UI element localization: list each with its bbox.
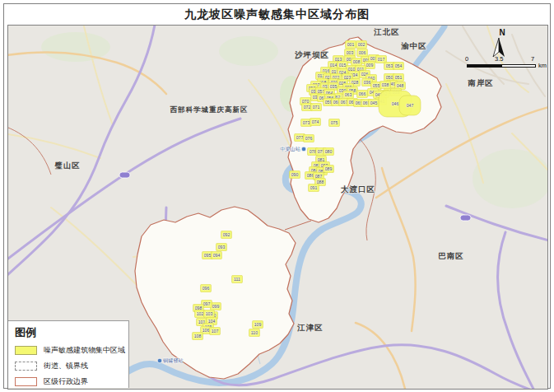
noise-patch-label: 054 bbox=[395, 63, 403, 68]
noise-patch-label: 045 bbox=[370, 100, 378, 105]
noise-patch-label: 111 bbox=[234, 277, 240, 282]
district-label: 江津区 bbox=[296, 323, 324, 332]
noise-patch-label: 072 bbox=[304, 105, 311, 110]
map-area: 0010020030060130040050070170080140150090… bbox=[7, 25, 548, 390]
noise-patch-label: 089 bbox=[325, 166, 333, 171]
noise-patch-label: 036 bbox=[364, 80, 371, 85]
district-label: 西部科学城重庆高新区 bbox=[170, 105, 249, 114]
legend-swatch-dashed bbox=[15, 362, 37, 371]
station-label: 铜罐驿站 bbox=[162, 357, 184, 364]
noise-patch-label: 017 bbox=[378, 57, 385, 62]
noise-patch-label: 108 bbox=[194, 334, 202, 338]
scale-tick: 0 bbox=[465, 55, 468, 63]
noise-patch-label: 071 bbox=[313, 105, 320, 110]
map-figure: 九龙坡区噪声敏感集中区域分布图 bbox=[3, 3, 551, 389]
scale-unit: km bbox=[538, 62, 547, 69]
scale-bar-empty bbox=[502, 65, 535, 67]
noise-patch-label: 074 bbox=[312, 119, 319, 124]
noise-patch-label: 002 bbox=[358, 42, 365, 47]
scale-tick: 3.5 bbox=[495, 55, 503, 63]
noise-patch-label: 053 bbox=[386, 63, 393, 68]
noise-patch-label: 003 bbox=[347, 50, 354, 55]
noise-patch-label: 095 bbox=[204, 253, 212, 258]
scale-tick: 7 bbox=[531, 55, 534, 63]
noise-patch-label: 078 bbox=[310, 149, 317, 154]
noise-patch-label: 001 bbox=[347, 42, 355, 47]
noise-patch-label: 099 bbox=[212, 304, 220, 309]
legend-item-district-boundary: 区级行政边界 bbox=[13, 376, 123, 387]
noise-patch-label: 055 bbox=[373, 83, 380, 88]
scale-bar-filled bbox=[468, 65, 502, 67]
noise-patch-label: 050 bbox=[386, 75, 393, 80]
noise-patch-label: 067 bbox=[341, 100, 348, 105]
noise-patch-label: 063 bbox=[345, 92, 352, 97]
district-label: 璧山区 bbox=[54, 161, 81, 170]
noise-patch-label: 048 bbox=[397, 83, 404, 88]
noise-patch-label: 075 bbox=[331, 120, 338, 125]
noise-patch-label: 107 bbox=[212, 329, 219, 334]
legend-label: 区级行政边界 bbox=[44, 376, 88, 387]
district-label: 大渡口区 bbox=[341, 184, 375, 194]
station-label: 中梁山站 bbox=[280, 146, 300, 152]
noise-patch-label: 015 bbox=[339, 63, 347, 68]
noise-patch-label: 097 bbox=[203, 301, 211, 306]
noise-patch-label: 106 bbox=[203, 328, 210, 333]
noise-patch-label: 080 bbox=[325, 149, 333, 154]
noise-patch-label: 076 bbox=[305, 136, 313, 141]
district-label: 江北区 bbox=[373, 27, 400, 36]
noise-patch-label: 077 bbox=[296, 135, 304, 140]
noise-patch-label: 047 bbox=[407, 103, 414, 108]
noise-patch-label: 093 bbox=[218, 245, 226, 250]
noise-patch-label: 091 bbox=[310, 185, 318, 190]
noise-patch-label: 073 bbox=[303, 120, 310, 125]
district-label: 渝中区 bbox=[400, 41, 427, 50]
legend-item-street-boundary: 街道、镇界线 bbox=[13, 361, 123, 371]
scale-bar: 0 3.5 7 km bbox=[460, 55, 551, 73]
noise-patch-label: 110 bbox=[251, 330, 258, 335]
compass: N bbox=[492, 28, 512, 58]
noise-patch-label: 046 bbox=[392, 101, 399, 106]
noise-patch-label: 038 bbox=[382, 82, 389, 87]
noise-patch-label: 009 bbox=[366, 63, 374, 68]
legend-label: 噪声敏感建筑物集中区域 bbox=[44, 345, 125, 356]
noise-patch-label: 092 bbox=[223, 232, 230, 237]
legend-swatch-redline bbox=[15, 377, 37, 386]
legend-panel: 图例 噪声敏感建筑物集中区域 街道、镇界线 区级行政边界 bbox=[8, 320, 129, 388]
noise-patch-label: 109 bbox=[254, 322, 262, 327]
noise-patch-label: 103 bbox=[206, 311, 213, 316]
noise-patch-label: 096 bbox=[203, 286, 210, 291]
compass-label: N bbox=[492, 28, 512, 37]
district-label: 沙坪坝区 bbox=[295, 50, 329, 59]
noise-patch-label: 051 bbox=[395, 75, 403, 80]
noise-patch-label: 066 bbox=[359, 91, 366, 96]
noise-patch-label: 014 bbox=[330, 63, 338, 68]
noise-patch-label: 086 bbox=[307, 173, 314, 178]
page-title: 九龙坡区噪声敏感集中区域分布图 bbox=[4, 4, 550, 24]
metro-station-icon bbox=[157, 358, 162, 363]
legend-label: 街道、镇界线 bbox=[44, 361, 88, 371]
district-label: 南岸区 bbox=[468, 78, 494, 87]
scale-bar-graphic bbox=[467, 64, 536, 68]
noise-patch-label: 090 bbox=[291, 172, 299, 177]
noise-map-page: 九龙坡区噪声敏感集中区域分布图 bbox=[0, 0, 554, 392]
noise-patch-label: 006 bbox=[359, 50, 366, 55]
noise-patch-label: 094 bbox=[213, 253, 221, 258]
noise-patch-label: 008 bbox=[353, 59, 361, 64]
noise-patch-label: 102 bbox=[197, 311, 204, 316]
legend-swatch-yellow bbox=[15, 346, 37, 355]
metro-station-icon bbox=[301, 147, 306, 152]
noise-patch-label: 059 bbox=[325, 100, 333, 105]
district-label: 巴南区 bbox=[438, 251, 464, 260]
legend-title: 图例 bbox=[15, 325, 123, 340]
noise-patch-label: 035 bbox=[330, 84, 338, 89]
legend-item-noise: 噪声敏感建筑物集中区域 bbox=[13, 345, 123, 356]
